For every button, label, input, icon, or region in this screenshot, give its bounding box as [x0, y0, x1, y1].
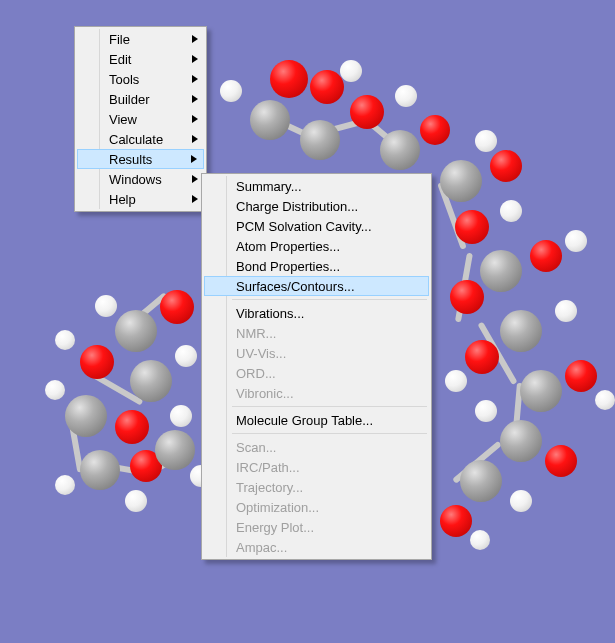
menu-item-label: Trajectory...: [236, 480, 303, 495]
menu-separator: [232, 433, 427, 434]
menu-item-label: Scan...: [236, 440, 276, 455]
menu-item-results[interactable]: Results: [77, 149, 204, 169]
submenu-item-ord: ORD...: [204, 363, 429, 383]
menu-item-help[interactable]: Help: [77, 189, 204, 209]
menu-item-label: NMR...: [236, 326, 276, 341]
menu-item-label: Energy Plot...: [236, 520, 314, 535]
menu-item-label: Help: [109, 192, 136, 207]
menu-item-label: Windows: [109, 172, 162, 187]
submenu-item-pcm-solvation-cavity[interactable]: PCM Solvation Cavity...: [204, 216, 429, 236]
submenu-item-vibronic: Vibronic...: [204, 383, 429, 403]
submenu-arrow-icon: [191, 155, 197, 163]
menu-separator: [232, 299, 427, 300]
submenu-item-scan: Scan...: [204, 437, 429, 457]
submenu-item-charge-distribution[interactable]: Charge Distribution...: [204, 196, 429, 216]
menu-item-label: Vibrations...: [236, 306, 304, 321]
submenu-arrow-icon: [192, 115, 198, 123]
submenu-item-nmr: NMR...: [204, 323, 429, 343]
main-context-menu: File Edit Tools Builder View Calculate R…: [74, 26, 207, 212]
menu-item-tools[interactable]: Tools: [77, 69, 204, 89]
menu-item-label: Molecule Group Table...: [236, 413, 373, 428]
molecule-viewport[interactable]: File Edit Tools Builder View Calculate R…: [0, 0, 615, 643]
menu-item-label: Vibronic...: [236, 386, 294, 401]
menu-item-label: Charge Distribution...: [236, 199, 358, 214]
submenu-item-energy-plot: Energy Plot...: [204, 517, 429, 537]
menu-item-label: UV-Vis...: [236, 346, 286, 361]
submenu-arrow-icon: [192, 95, 198, 103]
menu-item-label: IRC/Path...: [236, 460, 300, 475]
submenu-arrow-icon: [192, 75, 198, 83]
submenu-arrow-icon: [192, 195, 198, 203]
submenu-item-vibrations[interactable]: Vibrations...: [204, 303, 429, 323]
menu-item-builder[interactable]: Builder: [77, 89, 204, 109]
menu-item-label: Summary...: [236, 179, 302, 194]
menu-item-label: Edit: [109, 52, 131, 67]
submenu-item-optimization: Optimization...: [204, 497, 429, 517]
submenu-item-summary[interactable]: Summary...: [204, 176, 429, 196]
submenu-arrow-icon: [192, 135, 198, 143]
menu-item-windows[interactable]: Windows: [77, 169, 204, 189]
menu-item-label: Optimization...: [236, 500, 319, 515]
menu-item-calculate[interactable]: Calculate: [77, 129, 204, 149]
menu-item-label: Surfaces/Contours...: [236, 279, 355, 294]
results-submenu: Summary... Charge Distribution... PCM So…: [201, 173, 432, 560]
menu-item-label: View: [109, 112, 137, 127]
menu-item-label: Calculate: [109, 132, 163, 147]
menu-item-label: Atom Properties...: [236, 239, 340, 254]
menu-item-label: ORD...: [236, 366, 276, 381]
menu-item-file[interactable]: File: [77, 29, 204, 49]
submenu-item-bond-properties[interactable]: Bond Properties...: [204, 256, 429, 276]
submenu-item-atom-properties[interactable]: Atom Properties...: [204, 236, 429, 256]
menu-item-label: Ampac...: [236, 540, 287, 555]
submenu-item-ampac: Ampac...: [204, 537, 429, 557]
menu-separator: [232, 406, 427, 407]
submenu-arrow-icon: [192, 175, 198, 183]
menu-item-label: Tools: [109, 72, 139, 87]
submenu-arrow-icon: [192, 55, 198, 63]
menu-item-view[interactable]: View: [77, 109, 204, 129]
menu-item-label: Bond Properties...: [236, 259, 340, 274]
menu-item-label: Builder: [109, 92, 149, 107]
submenu-item-trajectory: Trajectory...: [204, 477, 429, 497]
menu-item-edit[interactable]: Edit: [77, 49, 204, 69]
submenu-item-irc-path: IRC/Path...: [204, 457, 429, 477]
menu-item-label: Results: [109, 152, 152, 167]
menu-item-label: File: [109, 32, 130, 47]
submenu-item-surfaces-contours[interactable]: Surfaces/Contours...: [204, 276, 429, 296]
submenu-arrow-icon: [192, 35, 198, 43]
menu-item-label: PCM Solvation Cavity...: [236, 219, 372, 234]
submenu-item-molecule-group-table[interactable]: Molecule Group Table...: [204, 410, 429, 430]
submenu-item-uv-vis: UV-Vis...: [204, 343, 429, 363]
